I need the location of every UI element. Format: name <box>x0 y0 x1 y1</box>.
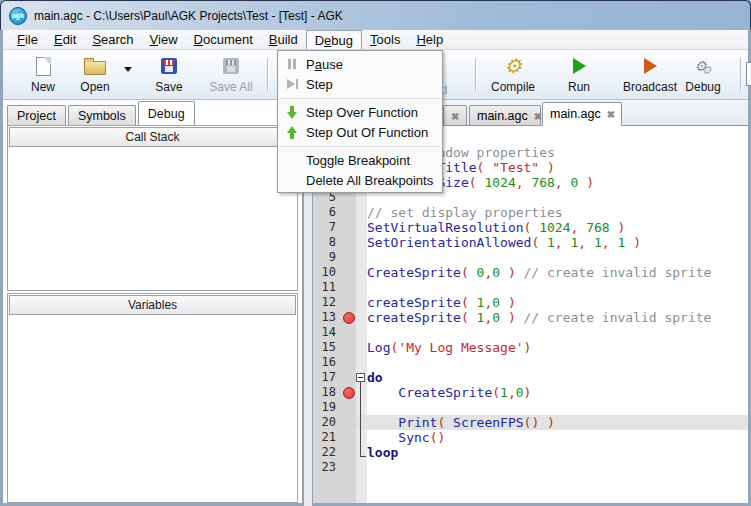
menu-search[interactable]: Search <box>84 30 141 49</box>
breakpoint-marker[interactable] <box>343 312 355 324</box>
fold-margin[interactable] <box>356 310 367 325</box>
left-panel: ProjectSymbolsDebug Call Stack Variables <box>3 100 303 503</box>
breakpoint-gutter[interactable] <box>341 370 356 385</box>
fold-margin[interactable] <box>356 235 367 250</box>
breakpoint-gutter[interactable] <box>341 250 356 265</box>
menu-help[interactable]: Help <box>408 30 451 49</box>
menu-item-step-over-function[interactable]: Step Over Function <box>278 102 442 122</box>
code-text <box>367 400 748 415</box>
code-token: SetOrientationAllowed <box>367 235 531 250</box>
label: Edit <box>54 32 76 47</box>
line-number[interactable]: 15 <box>313 340 341 355</box>
tab-debug[interactable]: Debug <box>138 101 195 125</box>
breakpoint-gutter[interactable] <box>341 235 356 250</box>
menu-debug[interactable]: Debug <box>306 30 362 49</box>
breakpoint-gutter[interactable] <box>341 385 356 400</box>
breakpoint-gutter[interactable] <box>341 280 356 295</box>
fold-margin[interactable] <box>356 295 367 310</box>
line-number[interactable]: 12 <box>313 295 341 310</box>
menu-item-pause[interactable]: Pause <box>278 54 442 74</box>
breakpoint-gutter[interactable] <box>341 460 356 475</box>
fold-margin[interactable] <box>356 415 367 430</box>
toolbar-run-button[interactable]: Run <box>555 53 603 96</box>
breakpoint-gutter[interactable] <box>341 445 356 460</box>
close-tab-icon[interactable]: ✖ <box>534 109 542 123</box>
line-number[interactable]: 7 <box>313 220 341 235</box>
breakpoint-gutter[interactable] <box>341 325 356 340</box>
open-dropdown-arrow[interactable] <box>124 67 132 76</box>
line-number[interactable]: 19 <box>313 400 341 415</box>
breakpoint-gutter[interactable] <box>341 220 356 235</box>
code-line: 10CreateSprite( 0,0 ) // create invalid … <box>313 265 748 280</box>
fold-margin[interactable] <box>356 370 367 385</box>
fold-margin[interactable] <box>356 460 367 475</box>
close-tab-icon[interactable]: ✖ <box>451 109 459 123</box>
fold-margin[interactable] <box>356 280 367 295</box>
menu-view[interactable]: View <box>142 30 186 49</box>
fold-margin[interactable] <box>356 265 367 280</box>
breakpoint-gutter[interactable] <box>341 355 356 370</box>
menu-document[interactable]: Document <box>186 30 261 49</box>
toolbar-open-button[interactable]: Open <box>69 53 121 96</box>
breakpoint-gutter[interactable] <box>341 265 356 280</box>
line-number[interactable]: 10 <box>313 265 341 280</box>
line-number[interactable]: 11 <box>313 280 341 295</box>
breakpoint-gutter[interactable] <box>341 310 356 325</box>
close-tab-icon[interactable]: ✖ <box>607 107 615 121</box>
line-number[interactable]: 18 <box>313 385 341 400</box>
menu-build[interactable]: Build <box>261 30 306 49</box>
toolbar-debug-button[interactable]: ⚙⚙Debug <box>680 53 726 96</box>
line-number[interactable]: 6 <box>313 205 341 220</box>
breakpoint-gutter[interactable] <box>341 400 356 415</box>
line-number[interactable]: 9 <box>313 250 341 265</box>
fold-collapse-icon[interactable] <box>356 373 365 382</box>
line-number[interactable]: 16 <box>313 355 341 370</box>
fold-margin[interactable] <box>356 385 367 400</box>
line-number-gutter[interactable] <box>313 475 341 503</box>
fold-margin[interactable] <box>356 250 367 265</box>
toolbar-broadcast-button[interactable]: Broadcast <box>613 53 687 96</box>
breakpoint-marker[interactable] <box>343 387 355 399</box>
toolbar-compile-button[interactable]: ⚙Compile <box>483 53 543 96</box>
menu-tools[interactable]: Tools <box>362 30 408 49</box>
toolbar-save-button[interactable]: Save <box>143 53 195 96</box>
toolbar-search-input[interactable] <box>746 62 751 86</box>
tab-symbols[interactable]: Symbols <box>68 105 136 125</box>
editor-tab-main-agc[interactable]: main.agc✖ <box>469 105 541 126</box>
line-number[interactable]: 14 <box>313 325 341 340</box>
fold-margin[interactable] <box>356 445 367 460</box>
menu-item-toggle-breakpoint[interactable]: Toggle Breakpoint <box>278 150 442 170</box>
breakpoint-gutter[interactable] <box>341 415 356 430</box>
line-number[interactable]: 21 <box>313 430 341 445</box>
line-number[interactable]: 8 <box>313 235 341 250</box>
tab-project[interactable]: Project <box>7 105 66 125</box>
editor-tab-partial[interactable]: ✖ <box>443 105 467 126</box>
breakpoint-gutter[interactable] <box>341 475 356 503</box>
fold-margin[interactable] <box>356 475 367 503</box>
fold-margin[interactable] <box>356 355 367 370</box>
line-number[interactable]: 22 <box>313 445 341 460</box>
fold-margin[interactable] <box>356 430 367 445</box>
line-number[interactable]: 17 <box>313 370 341 385</box>
menu-item-step-out-of-function[interactable]: Step Out Of Function <box>278 122 442 142</box>
menu-file[interactable]: File <box>9 30 46 49</box>
editor-tab-main-agc[interactable]: main.agc✖ <box>542 102 622 126</box>
menu-item-delete-all-breakpoints[interactable]: Delete All Breakpoints <box>278 170 442 190</box>
breakpoint-gutter[interactable] <box>341 205 356 220</box>
tab-label: Debug <box>148 107 185 121</box>
fold-margin[interactable] <box>356 205 367 220</box>
breakpoint-gutter[interactable] <box>341 340 356 355</box>
fold-margin[interactable] <box>356 325 367 340</box>
menu-edit[interactable]: Edit <box>46 30 84 49</box>
menu-item-step[interactable]: Step <box>278 74 442 94</box>
fold-margin[interactable] <box>356 340 367 355</box>
line-number[interactable]: 13 <box>313 310 341 325</box>
fold-margin[interactable] <box>356 400 367 415</box>
line-number[interactable]: 23 <box>313 460 341 475</box>
toolbar-save-all-button[interactable]: Save All <box>199 53 263 96</box>
breakpoint-gutter[interactable] <box>341 295 356 310</box>
line-number[interactable]: 20 <box>313 415 341 430</box>
toolbar-new-button[interactable]: New <box>17 53 69 96</box>
fold-margin[interactable] <box>356 220 367 235</box>
breakpoint-gutter[interactable] <box>341 430 356 445</box>
